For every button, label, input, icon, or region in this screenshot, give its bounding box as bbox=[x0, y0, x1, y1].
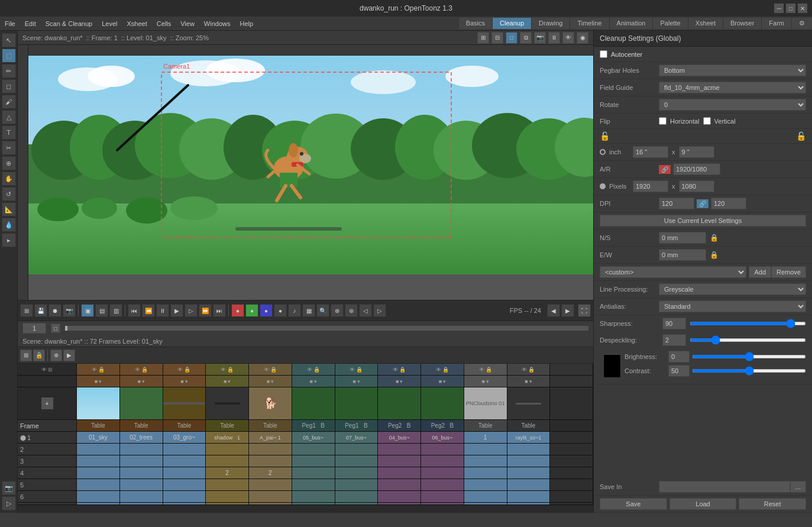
frame-cell[interactable] bbox=[292, 444, 335, 455]
ns-input[interactable] bbox=[659, 232, 706, 244]
view-full-icon[interactable]: ⊞ bbox=[477, 32, 489, 44]
frame-cell[interactable] bbox=[378, 444, 421, 455]
frame-cell[interactable]: 07_bus~ bbox=[335, 432, 378, 443]
dpi-link-icon[interactable]: 🔗 bbox=[697, 199, 709, 208]
remove-btn[interactable]: Remove bbox=[771, 266, 806, 278]
tl-lock-icon[interactable]: 🔒 bbox=[33, 350, 45, 361]
frame-cell[interactable] bbox=[421, 444, 464, 455]
maximize-button[interactable]: □ bbox=[786, 4, 795, 13]
frame-cell[interactable] bbox=[249, 491, 292, 502]
menu-edit[interactable]: Edit bbox=[20, 19, 41, 28]
frame-cell[interactable]: shadow 1 bbox=[206, 432, 249, 443]
contrast-slider[interactable] bbox=[692, 369, 806, 373]
view-camera-icon[interactable]: 📷 bbox=[534, 32, 546, 44]
tool-fill[interactable]: 🖌 bbox=[2, 95, 16, 109]
tool-more[interactable]: ▸ bbox=[2, 233, 16, 247]
frame-cell[interactable] bbox=[550, 444, 593, 455]
frame-cell[interactable] bbox=[550, 467, 593, 478]
menu-windows[interactable]: Windows bbox=[199, 19, 235, 28]
col1-lock-icon[interactable]: 🔒 bbox=[98, 367, 105, 373]
frame-cell[interactable] bbox=[550, 455, 593, 467]
frame-cell[interactable] bbox=[163, 479, 206, 490]
frame-cell[interactable] bbox=[120, 455, 163, 467]
frame-cell[interactable] bbox=[507, 467, 551, 478]
frame-cell[interactable] bbox=[507, 455, 551, 467]
view-compare-icon[interactable]: ⧉ bbox=[520, 32, 532, 44]
menu-cells[interactable]: Cells bbox=[152, 19, 176, 28]
frame-cell[interactable] bbox=[249, 479, 292, 490]
frame-cell[interactable]: A_pai~ 1 bbox=[249, 432, 292, 443]
extra-btn[interactable]: ⊕ bbox=[331, 304, 344, 317]
tool-ruler[interactable]: 📐 bbox=[2, 202, 16, 216]
col1-eye-icon[interactable]: 👁 bbox=[92, 367, 97, 373]
tab-farm[interactable]: Farm bbox=[761, 18, 791, 29]
view-eye2-icon[interactable]: ◉ bbox=[577, 32, 588, 44]
frame-cell[interactable] bbox=[421, 455, 464, 467]
horizontal-scrollbar[interactable] bbox=[18, 505, 593, 513]
frame-cell[interactable] bbox=[120, 491, 163, 502]
fps-inc[interactable]: ▶ bbox=[561, 304, 574, 317]
menu-level[interactable]: Level bbox=[97, 19, 122, 28]
autocenter-checkbox[interactable] bbox=[600, 50, 607, 58]
frame-cell[interactable] bbox=[163, 491, 206, 502]
save-icon[interactable]: 💾 bbox=[34, 304, 47, 317]
despeckling-input[interactable] bbox=[662, 334, 686, 346]
tl-panel-icon[interactable]: ⊞ bbox=[20, 350, 32, 361]
flip-horizontal-checkbox[interactable] bbox=[659, 117, 667, 125]
pixels-height-input[interactable] bbox=[679, 180, 714, 192]
frame-cell[interactable] bbox=[292, 479, 335, 490]
frame-cell[interactable] bbox=[206, 491, 249, 502]
play-btn[interactable]: ▶ bbox=[170, 304, 183, 317]
frame-cell[interactable] bbox=[550, 432, 593, 443]
tab-timeline[interactable]: Timeline bbox=[570, 18, 609, 29]
frame-cell[interactable] bbox=[163, 455, 206, 467]
frame-view-btn[interactable]: ▣ bbox=[81, 304, 94, 317]
menu-view[interactable]: View bbox=[176, 19, 199, 28]
frame-cell[interactable] bbox=[163, 467, 206, 478]
frame-cell[interactable] bbox=[292, 455, 335, 467]
tab-browser[interactable]: Browser bbox=[723, 18, 761, 29]
frame-cell[interactable] bbox=[464, 479, 507, 490]
reset-btn[interactable]: Reset bbox=[739, 498, 806, 510]
step-fwd-btn[interactable]: ⏩ bbox=[199, 304, 212, 317]
tl-step-icon[interactable]: ▶ bbox=[63, 350, 75, 361]
tab-animation[interactable]: Animation bbox=[609, 18, 653, 29]
frame-cell[interactable] bbox=[464, 491, 507, 502]
window-controls[interactable]: ─ □ ✕ bbox=[774, 4, 807, 13]
pixels-width-input[interactable] bbox=[633, 180, 668, 192]
step-back-btn[interactable]: ⏪ bbox=[142, 304, 155, 317]
close-button[interactable]: ✕ bbox=[798, 4, 807, 13]
custom-dropdown[interactable]: <custom> bbox=[600, 266, 746, 278]
zoom-btn[interactable]: 🔍 bbox=[316, 304, 329, 317]
frame-cell[interactable] bbox=[163, 444, 206, 455]
play-alt-btn[interactable]: ▷ bbox=[185, 304, 198, 317]
fps-dec[interactable]: ◀ bbox=[547, 304, 560, 317]
frame-cell[interactable] bbox=[120, 444, 163, 455]
frame-cell[interactable]: 04_bus~ bbox=[378, 432, 421, 443]
frame-cell[interactable] bbox=[77, 467, 120, 478]
inch-height-input[interactable] bbox=[679, 146, 714, 158]
note-btn[interactable]: ♪ bbox=[288, 304, 301, 317]
sharpness-input[interactable] bbox=[662, 318, 686, 329]
save-btn[interactable]: Save bbox=[600, 498, 667, 510]
tool-scissors[interactable]: ✂ bbox=[2, 141, 16, 155]
tool-brush[interactable]: ✏ bbox=[2, 64, 16, 78]
frame-cell[interactable] bbox=[421, 479, 464, 490]
frame-cell[interactable] bbox=[77, 491, 120, 502]
frame-cell[interactable] bbox=[292, 491, 335, 502]
frame-cell[interactable] bbox=[206, 479, 249, 490]
ew-input[interactable] bbox=[659, 249, 706, 261]
brightness-slider[interactable] bbox=[692, 355, 806, 358]
frame-cell[interactable] bbox=[77, 444, 120, 455]
flip-vertical-checkbox[interactable] bbox=[703, 117, 711, 125]
frame-cell[interactable] bbox=[249, 444, 292, 455]
misc-btn[interactable]: ⊛ bbox=[345, 304, 358, 317]
frame-cell[interactable]: raylit_so~1 bbox=[507, 432, 551, 443]
red-btn1[interactable]: ● bbox=[231, 304, 244, 317]
frame-cell[interactable] bbox=[292, 467, 335, 478]
rotate-dropdown[interactable]: 090180270 bbox=[659, 99, 806, 111]
load-btn[interactable]: Load bbox=[669, 498, 737, 510]
frame-cell[interactable] bbox=[464, 444, 507, 455]
frame-cell[interactable]: 1 bbox=[464, 432, 507, 443]
fwd-end-btn[interactable]: ⏭ bbox=[213, 304, 226, 317]
